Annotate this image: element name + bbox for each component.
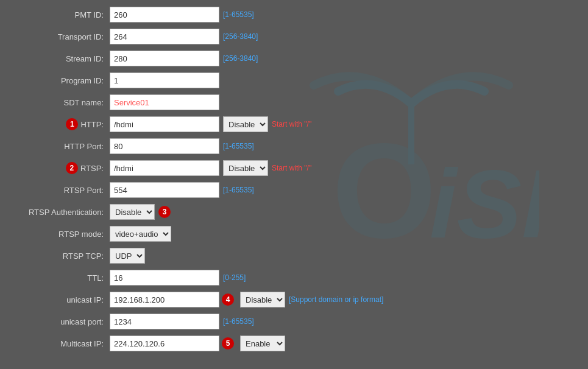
rtsp-tcp-label: RTSP TCP:: [12, 251, 110, 261]
http-badge: 1: [66, 118, 78, 130]
program-id-input[interactable]: [110, 72, 219, 88]
rtsp-input[interactable]: [110, 160, 219, 176]
transport-id-row: Transport ID: [256-3840]: [12, 28, 576, 45]
ttl-label: TTL:: [12, 273, 110, 283]
http-port-range: [1-65535]: [223, 142, 254, 150]
stream-id-label: Stream ID:: [12, 54, 110, 63]
http-hint: Start with "/": [272, 120, 311, 128]
multicast-ip-select[interactable]: Disable Enable: [240, 336, 285, 351]
unicast-ip-hint: [Support domain or ip format]: [289, 295, 383, 304]
rtsp-tcp-row: RTSP TCP: UDP TCP: [12, 247, 576, 264]
rtsp-row: 2 RTSP: Disable Enable Start with "/": [12, 160, 576, 177]
pmt-id-row: PMT ID: [1-65535]: [12, 6, 576, 23]
unicast-ip-row: unicast IP: 4 Disable Enable [Support do…: [12, 291, 576, 308]
unicast-port-label: unicast port:: [12, 317, 110, 326]
unicast-port-row: unicast port: [1-65535]: [12, 313, 576, 330]
rtsp-hint: Start with "/": [272, 164, 311, 172]
unicast-port-input[interactable]: [110, 314, 219, 329]
unicast-port-range: [1-65535]: [223, 317, 254, 326]
http-port-row: HTTP Port: [1-65535]: [12, 138, 576, 155]
sdt-name-input[interactable]: [110, 94, 219, 110]
rtsp-port-label: RTSP Port:: [12, 186, 110, 195]
http-row: 1 HTTP: Disable Enable Start with "/": [12, 116, 576, 133]
ttl-row: TTL: [0-255]: [12, 269, 576, 286]
sdt-name-label: SDT name:: [12, 98, 110, 107]
settings-form: PMT ID: [1-65535] Transport ID: [256-384…: [0, 0, 588, 363]
ttl-input[interactable]: [110, 270, 219, 286]
rtsp-tcp-select[interactable]: UDP TCP: [110, 248, 145, 264]
multicast-ip-input[interactable]: [110, 336, 219, 351]
http-port-label: HTTP Port:: [12, 142, 110, 151]
rtsp-port-row: RTSP Port: [1-65535]: [12, 181, 576, 199]
program-id-row: Program ID:: [12, 72, 576, 89]
pmt-id-input[interactable]: [110, 7, 219, 23]
rtsp-badge: 2: [66, 162, 78, 174]
rtsp-port-input[interactable]: [110, 182, 219, 198]
http-port-input[interactable]: [110, 138, 219, 154]
stream-id-range: [256-3840]: [223, 54, 258, 63]
rtsp-auth-row: RTSP Authentication: Disable Enable 3: [12, 203, 576, 220]
transport-id-label: Transport ID:: [12, 32, 110, 41]
transport-id-range: [256-3840]: [223, 32, 258, 41]
rtsp-mode-row: RTSP mode: video+audio video only audio …: [12, 225, 576, 242]
multicast-ip-label: Multicast IP:: [12, 339, 110, 348]
stream-id-input[interactable]: [110, 51, 219, 66]
pmt-id-range: [1-65535]: [223, 10, 254, 19]
stream-id-row: Stream ID: [256-3840]: [12, 50, 576, 67]
http-label: 1 HTTP:: [12, 118, 110, 130]
unicast-ip-badge: 4: [222, 293, 234, 306]
rtsp-port-range: [1-65535]: [223, 186, 254, 194]
sdt-name-row: SDT name:: [12, 94, 576, 111]
rtsp-mode-select[interactable]: video+audio video only audio only: [110, 226, 171, 242]
rtsp-auth-badge: 3: [158, 206, 171, 218]
rtsp-auth-select[interactable]: Disable Enable: [110, 204, 155, 220]
rtsp-select[interactable]: Disable Enable: [223, 160, 268, 176]
unicast-ip-label: unicast IP:: [12, 295, 110, 304]
multicast-ip-badge: 5: [222, 337, 234, 350]
multicast-ip-row: Multicast IP: 5 Disable Enable: [12, 335, 576, 352]
rtsp-auth-label: RTSP Authentication:: [12, 208, 110, 217]
pmt-id-label: PMT ID:: [12, 10, 110, 19]
unicast-ip-select[interactable]: Disable Enable: [240, 292, 285, 308]
unicast-ip-input[interactable]: [110, 292, 219, 308]
rtsp-mode-label: RTSP mode:: [12, 230, 110, 239]
ttl-range: [0-255]: [223, 273, 246, 282]
transport-id-input[interactable]: [110, 29, 219, 44]
http-input[interactable]: [110, 116, 219, 132]
program-id-label: Program ID:: [12, 76, 110, 85]
http-select[interactable]: Disable Enable: [223, 116, 268, 132]
rtsp-label: 2 RTSP:: [12, 162, 110, 174]
